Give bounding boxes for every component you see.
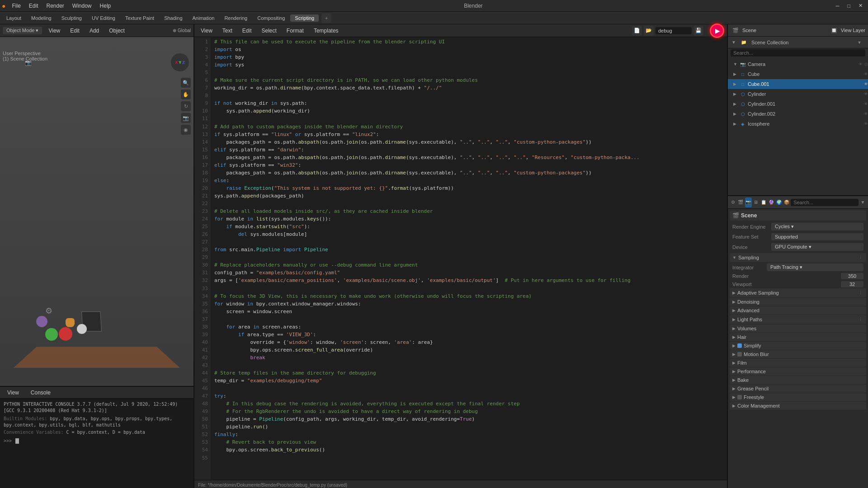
brown-object[interactable] (66, 318, 75, 327)
tab-scripting[interactable]: Scripting (290, 14, 319, 22)
menu-edit[interactable]: Edit (25, 2, 42, 10)
render-engine-value[interactable]: Cycles ▾ (771, 223, 863, 230)
code-content[interactable]: # This file can be used to execute the p… (211, 37, 727, 480)
color-management-header[interactable]: ▶ Color Management (730, 402, 866, 410)
eye-icon-cube[interactable]: 👁 (864, 72, 868, 76)
script-select-menu[interactable]: Select (258, 27, 280, 35)
feature-set-value[interactable]: Supported (771, 233, 863, 240)
minimize-button[interactable]: ─ (832, 2, 843, 9)
tab-texture-paint[interactable]: Texture Paint (121, 14, 159, 22)
scene-3d-area[interactable]: User Perspective (1) Scene Collection X … (0, 37, 193, 386)
world-props-icon[interactable]: 🌍 (775, 197, 782, 207)
camera-view-tool[interactable]: 📷 (181, 113, 191, 123)
script-templates-menu[interactable]: Templates (310, 27, 342, 35)
green-sphere[interactable] (45, 328, 58, 341)
adaptive-extra[interactable]: ⋮ (858, 290, 863, 296)
denoising-header[interactable]: ▶ Denoising (730, 298, 866, 306)
scene-data-icon[interactable]: 🔮 (768, 197, 774, 207)
axis-widget[interactable]: X Y Z (171, 53, 189, 71)
console-view-menu[interactable]: View (4, 389, 23, 397)
freestyle-header[interactable]: ▶ Freestyle (730, 393, 866, 401)
eye-icon-cyl[interactable]: 👁 (864, 92, 868, 96)
bake-header[interactable]: ▶ Bake (730, 376, 866, 384)
save-text-button[interactable]: 💾 (693, 26, 703, 36)
eye-icon-ico[interactable]: 👁 (864, 122, 868, 126)
active-tool-icon[interactable]: ⚙ (730, 197, 736, 207)
tab-layout[interactable]: Layout (2, 14, 26, 22)
filename-input[interactable] (656, 27, 692, 34)
view-layer-props-icon[interactable]: 📋 (760, 197, 767, 207)
sampling-section-header[interactable]: ▼ Sampling ⋮ (730, 253, 866, 262)
orbit-tool[interactable]: ↻ (181, 101, 191, 111)
script-text-menu[interactable]: Text (219, 27, 236, 35)
render-props-icon[interactable]: 📷 (745, 197, 752, 207)
scene-props-icon[interactable]: 🎬 (737, 197, 744, 207)
new-text-button[interactable]: 📄 (632, 26, 642, 36)
tab-sculpting[interactable]: Sculpting (57, 14, 86, 22)
tab-rendering[interactable]: Rendering (220, 14, 252, 22)
filter-icon[interactable]: ▼ (854, 38, 864, 47)
object-menu[interactable]: Object (105, 27, 128, 35)
tab-modeling[interactable]: Modeling (27, 14, 56, 22)
view-menu[interactable]: View (45, 27, 64, 35)
adaptive-sampling-header[interactable]: ▶ Adaptive Sampling ⋮ (730, 288, 866, 297)
code-editor-area[interactable]: 12345 678910 1112131415 1617181920 21222… (194, 37, 727, 480)
light-paths-header[interactable]: ▶ Light Paths ⋮ (730, 315, 866, 324)
pan-tool[interactable]: ✋ (181, 89, 191, 99)
motion-blur-checkbox[interactable] (737, 352, 742, 357)
console-label[interactable]: Console (27, 389, 54, 397)
menu-render[interactable]: Render (43, 2, 68, 10)
select-menu[interactable]: Edit (66, 27, 83, 35)
integrator-value[interactable]: Path Tracing ▾ (767, 263, 863, 271)
advanced-header[interactable]: ▶ Advanced (730, 306, 866, 314)
props-search-input[interactable] (791, 199, 859, 206)
open-text-button[interactable]: 📂 (644, 26, 654, 36)
light-paths-extra[interactable]: ⋮ (858, 316, 863, 323)
add-workspace-button[interactable]: + (321, 13, 331, 23)
camera-object[interactable]: 📷 (25, 60, 32, 66)
hair-header[interactable]: ▶ Hair (730, 333, 866, 341)
add-menu[interactable]: Add (86, 27, 103, 35)
object-mode-dropdown[interactable]: Object Mode ▾ (3, 27, 42, 34)
red-sphere[interactable] (59, 327, 72, 341)
zoom-tool[interactable]: 🔍 (181, 78, 191, 88)
view-layer-icon[interactable]: 🔲 (829, 25, 839, 35)
maximize-button[interactable]: □ (844, 2, 854, 9)
eye-icon[interactable]: 👁 (859, 62, 863, 66)
eye-icon-cyl002[interactable]: 👁 (864, 112, 868, 116)
eye-icon-cyl001[interactable]: 👁 (864, 102, 868, 106)
film-header[interactable]: ▶ Film (730, 359, 866, 367)
script-format-menu[interactable]: Format (283, 27, 307, 35)
eye-icon-cube001[interactable]: 👁 (864, 82, 868, 86)
volumes-header[interactable]: ▶ Volumes (730, 324, 866, 333)
run-script-button[interactable] (710, 23, 724, 38)
performance-header[interactable]: ▶ Performance (730, 367, 866, 375)
tab-animation[interactable]: Animation (188, 14, 219, 22)
scene-search-input[interactable] (731, 49, 865, 56)
tree-item-cylinder[interactable]: ▶ ⬡ Cylinder 👁 (728, 89, 868, 99)
tab-compositing[interactable]: Compositing (253, 14, 289, 22)
purple-sphere[interactable] (36, 316, 47, 327)
script-edit-menu[interactable]: Edit (239, 27, 255, 35)
menu-window[interactable]: Window (69, 2, 95, 10)
motion-blur-header[interactable]: ▶ Motion Blur (730, 350, 866, 358)
tree-item-cube[interactable]: ▶ □ Cube 👁 (728, 69, 868, 79)
tree-item-cylinder002[interactable]: ▶ ⬡ Cylinder.002 👁 (728, 109, 868, 119)
scene-icon[interactable]: 🎬 (731, 25, 741, 35)
viewport-value[interactable]: 32 (841, 281, 863, 287)
grease-pencil-header[interactable]: ▶ Grease Pencil (730, 385, 866, 393)
tree-item-icosphere[interactable]: ▶ ◈ Icosphere 👁 (728, 119, 868, 129)
select-icon-camera[interactable]: ◎ (864, 62, 868, 66)
freestyle-checkbox[interactable] (737, 395, 742, 399)
tab-shading[interactable]: Shading (160, 14, 187, 22)
tree-item-cube001[interactable]: ▶ □ Cube.001 👁 (728, 79, 868, 89)
filter-props-icon[interactable]: ▼ (859, 197, 866, 207)
sampling-extra[interactable]: ⋮ (858, 254, 863, 261)
simplify-checkbox[interactable] (737, 343, 742, 348)
output-props-icon[interactable]: 🖥 (753, 197, 760, 207)
script-view-menu[interactable]: View (197, 27, 216, 35)
white-sphere[interactable] (77, 324, 87, 334)
viewport-3d[interactable]: Object Mode ▾ View Edit Add Object ⊕ Glo… (0, 24, 193, 386)
render-value[interactable]: 350 (841, 273, 863, 279)
device-value[interactable]: GPU Compute ▾ (771, 243, 863, 251)
